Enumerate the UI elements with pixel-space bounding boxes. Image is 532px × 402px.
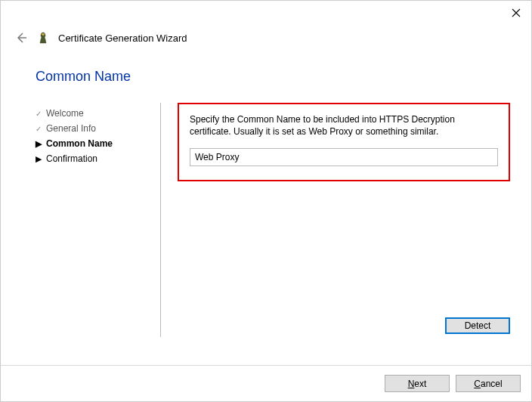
- step-label: Common Name: [46, 138, 113, 149]
- cancel-button[interactable]: Cancel: [456, 375, 521, 392]
- step-welcome: ✓ Welcome: [36, 106, 160, 121]
- wizard-title: Certificate Generation Wizard: [58, 32, 187, 44]
- app-icon: [37, 32, 49, 44]
- detect-button[interactable]: Detect: [445, 317, 510, 334]
- check-icon: ✓: [36, 110, 42, 118]
- page-heading: Common Name: [36, 69, 531, 85]
- main-panel: Specify the Common Name to be included i…: [178, 103, 531, 337]
- instruction-text: Specify the Common Name to be included i…: [190, 113, 498, 138]
- step-label: Welcome: [46, 108, 84, 119]
- check-icon: ✓: [36, 125, 42, 133]
- arrow-icon: ▶: [36, 154, 42, 164]
- back-arrow-icon[interactable]: [14, 31, 28, 45]
- wizard-header: Certificate Generation Wizard: [1, 25, 531, 55]
- footer-bar: Next Cancel: [1, 365, 531, 401]
- highlight-box: Specify the Common Name to be included i…: [178, 103, 510, 181]
- close-icon[interactable]: [512, 8, 521, 17]
- step-confirmation: ▶ Confirmation: [36, 151, 160, 166]
- common-name-input[interactable]: [190, 148, 498, 166]
- arrow-icon: ▶: [36, 139, 42, 149]
- vertical-divider: [160, 103, 161, 337]
- svg-point-3: [42, 33, 45, 36]
- step-general-info: ✓ General Info: [36, 121, 160, 136]
- step-common-name: ▶ Common Name: [36, 136, 160, 151]
- step-label: General Info: [46, 123, 96, 134]
- next-button[interactable]: Next: [385, 375, 450, 392]
- step-label: Confirmation: [46, 153, 97, 164]
- steps-sidebar: ✓ Welcome ✓ General Info ▶ Common Name ▶…: [36, 103, 160, 337]
